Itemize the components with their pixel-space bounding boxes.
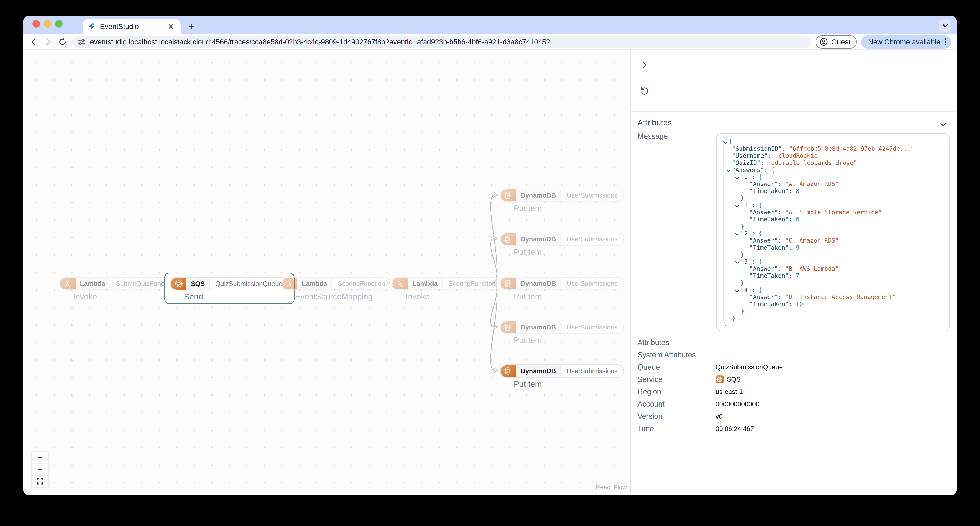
attribute-label: Queue [638,363,716,371]
flow-node-lambda[interactable]: LambdaScoringFunctionEventSourceMapping [281,277,391,301]
node-service-label: DynamoDB [516,190,561,201]
json-collapse-caret-icon[interactable] [735,202,741,209]
kebab-menu-icon[interactable] [945,38,947,46]
node-pill[interactable]: LambdaSubmitQuizFunction [59,277,181,290]
tab-close-icon[interactable]: ✕ [166,22,176,30]
json-line: "4": { [723,287,943,293]
node-service-label: SQS [186,278,210,290]
node-pill[interactable]: LambdaScoringFunction [281,277,391,290]
json-line: "Answers": { [723,166,943,174]
tab-strip: EventStudio ✕ + [23,16,957,34]
json-line: } [723,251,943,258]
attribute-label: Service [638,375,716,384]
node-service-label: Lambda [76,277,110,290]
node-resource-label: UserSubmissions [561,190,623,201]
node-pill[interactable]: SQSQuizSubmissionQueue [170,277,289,290]
node-resource-label: QuizSubmissionQueue [210,278,288,290]
node-pill[interactable]: DynamoDBUserSubmissions [500,277,624,290]
attribute-label: Version [638,412,716,421]
flow-edges [23,50,630,495]
attribute-value: 000000000000 [716,400,759,408]
flow-node-sqs[interactable]: SQSQuizSubmissionQueueSend [164,273,294,304]
zoom-in-button[interactable]: + [32,452,48,464]
message-json-viewer[interactable]: {"SubmissionID": "6ffdcbc5-8e8d-4a82-97e… [716,133,950,332]
traffic-light-close-icon[interactable] [32,20,40,27]
attribute-row-version: Versionv0 [638,410,950,422]
node-operation-label: PutItem [514,247,624,257]
fit-view-icon [37,478,43,485]
node-service-label: DynamoDB [516,365,561,377]
node-pill[interactable]: LambdaScoringFunction [392,277,502,290]
node-operation-label: EventSourceMapping [295,292,391,301]
json-line: "Answer": "D. Instance Access Management… [723,293,943,301]
node-operation-label: PutItem [514,292,624,301]
json-line: "SubmissionID": "6ffdcbc5-8e8d-4a82-97eb… [723,145,943,152]
window-content: + − React Flow LambdaSubmitQuizFunctionI… [23,50,957,495]
attribute-label: System Attributes [638,351,716,359]
flow-node-dynamodb[interactable]: DynamoDBUserSubmissionsPutItem [500,189,624,213]
flow-canvas[interactable]: + − React Flow LambdaSubmitQuizFunctionI… [23,50,630,495]
attributes-collapse-button[interactable] [939,120,947,131]
chevron-down-icon [939,121,947,129]
attribute-value: QuizSubmissionQueue [716,363,783,371]
fit-view-button[interactable] [32,476,48,487]
back-button[interactable] [29,37,39,47]
json-collapse-caret-icon[interactable] [735,287,741,293]
flow-node-lambda[interactable]: LambdaSubmitQuizFunctionInvoke [59,277,181,301]
replay-button[interactable] [640,86,649,96]
node-operation-label: PutItem [514,336,624,345]
node-pill[interactable]: DynamoDBUserSubmissions [500,233,624,246]
traffic-light-minimize-icon[interactable] [44,20,51,27]
attribute-row-queue: QueueQuizSubmissionQueue [638,361,950,373]
json-line: } [723,223,943,230]
node-operation-label: PutItem [514,379,624,389]
attribute-row-region: Regionus-east-1 [638,386,950,398]
zoom-out-button[interactable]: − [32,464,48,476]
eventstudio-favicon-icon [88,22,95,30]
node-service-label: DynamoDB [516,277,561,290]
dynamodb-icon [501,277,516,290]
node-service-label: DynamoDB [516,321,561,333]
json-collapse-caret-icon[interactable] [726,166,732,174]
json-line: { [723,138,943,145]
chrome-update-button[interactable]: New Chrome available [861,35,951,49]
json-line: "Username": "cloudRookie" [723,152,943,159]
update-label: New Chrome available [868,38,940,46]
json-line: } [723,315,943,322]
node-pill[interactable]: DynamoDBUserSubmissions [500,189,624,202]
panel-divider [631,111,957,112]
flow-node-dynamodb[interactable]: DynamoDBUserSubmissionsPutItem [500,277,624,301]
forward-button[interactable] [43,37,53,47]
guest-avatar-icon [819,38,828,46]
address-bar[interactable]: eventstudio.localhost.localstack.cloud:4… [72,36,811,48]
node-resource-label: UserSubmissions [561,277,623,290]
tab-search-button[interactable] [939,19,951,32]
flow-node-lambda[interactable]: LambdaScoringFunctionInvoke [392,277,502,301]
attribute-row-time: Time09:06:24:467 [638,422,950,435]
json-line: "Answer": "A. Amazon RDS" [723,180,943,188]
flow-node-dynamodb[interactable]: DynamoDBUserSubmissionsPutItem [500,365,624,389]
reload-button[interactable] [57,37,67,47]
attribute-value: us-east-1 [716,388,743,395]
attribute-rows: AttributesSystem AttributesQueueQuizSubm… [638,336,950,435]
flow-node-dynamodb[interactable]: DynamoDBUserSubmissionsPutItem [500,233,624,257]
json-collapse-caret-icon[interactable] [735,258,741,265]
attribute-value: v0 [716,413,722,420]
sqs-icon [716,375,724,383]
traffic-light-zoom-icon[interactable] [55,20,62,27]
node-pill[interactable]: DynamoDBUserSubmissions [500,365,624,378]
json-collapse-caret-icon[interactable] [723,138,729,145]
new-tab-button[interactable]: + [186,21,197,32]
json-collapse-caret-icon[interactable] [735,230,741,237]
tab-eventstudio[interactable]: EventStudio ✕ [83,19,181,34]
node-pill[interactable]: DynamoDBUserSubmissions [500,321,624,334]
message-label: Message [638,132,668,141]
flow-node-dynamodb[interactable]: DynamoDBUserSubmissionsPutItem [500,321,624,345]
browser-toolbar: eventstudio.localhost.localstack.cloud:4… [23,34,957,50]
attribute-value: 09:06:24:467 [716,425,754,433]
json-collapse-caret-icon[interactable] [735,174,741,181]
collapse-panel-button[interactable] [640,60,649,70]
attribute-label: Attributes [638,338,716,347]
site-settings-icon[interactable] [78,38,86,46]
guest-profile-button[interactable]: Guest [816,35,857,49]
